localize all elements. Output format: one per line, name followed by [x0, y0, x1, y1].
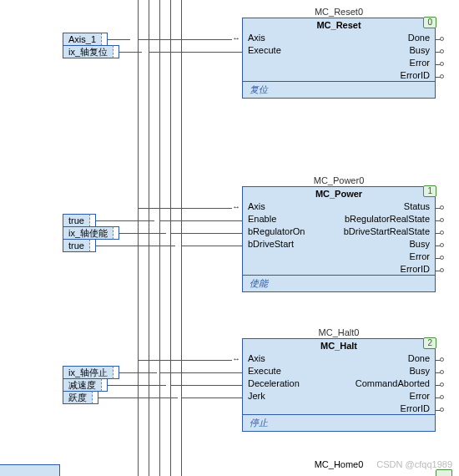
var-label: 减速度: [63, 378, 101, 392]
out-circle-icon: [440, 256, 444, 260]
fb-index-badge: 2: [423, 337, 436, 349]
out-circle-icon: [440, 49, 444, 53]
port-execute: Execute: [243, 43, 339, 56]
fb-footer: 使能: [243, 275, 435, 291]
port-error: Error: [339, 56, 435, 68]
wire: [149, 52, 242, 53]
out-circle-icon: [440, 370, 444, 374]
fb-type-name: MC_Power: [243, 187, 435, 200]
port-busy: Busy: [339, 364, 435, 377]
fb-instance-name: MC_Halt0: [242, 327, 436, 337]
var-true-1[interactable]: true: [63, 214, 154, 227]
out-circle-icon: [440, 408, 444, 412]
port-errorid: ErrorID: [339, 402, 435, 414]
fb-index-badge: 0: [423, 17, 436, 28]
watermark: CSDN @cfqq1989: [376, 459, 452, 469]
fb-mc-power[interactable]: MC_Power0 1 MC_Power Axis Enable bRegula…: [242, 175, 436, 292]
wire: [159, 372, 242, 373]
port-error: Error: [339, 389, 435, 402]
port-bregulatoron: bRegulatorOn: [243, 225, 339, 237]
port-axis: Axis: [243, 200, 339, 212]
wire: [119, 52, 142, 53]
wire: [170, 385, 242, 386]
var-jerk[interactable]: 跃度: [63, 391, 178, 404]
fb-index-badge-partial: [436, 469, 452, 476]
var-label: Axis_1: [63, 33, 101, 46]
var-label: 跃度: [63, 391, 92, 404]
port-status: Status: [339, 200, 435, 212]
port-errorid: ErrorID: [339, 262, 435, 275]
var-notch-icon: [89, 239, 96, 252]
port-errorid: ErrorID: [339, 68, 435, 81]
var-label: ix_轴停止: [63, 366, 113, 379]
wire: [170, 233, 242, 234]
var-true-2[interactable]: true: [63, 239, 175, 252]
var-axis-1[interactable]: Axis_1: [63, 33, 130, 46]
var-label: true: [63, 239, 89, 252]
port-bregrealstate: bRegulatorRealState: [339, 212, 435, 225]
port-bdrivestart: bDriveStart: [243, 237, 339, 250]
var-label: ix_轴使能: [63, 226, 113, 240]
out-circle-icon: [440, 268, 444, 272]
rail-4: [170, 0, 171, 476]
var-notch-icon: [113, 226, 119, 240]
port-error: Error: [339, 250, 435, 262]
fb-instance-name: MC_Reset0: [242, 7, 436, 17]
port-jerk: Jerk: [243, 389, 339, 402]
port-busy: Busy: [339, 237, 435, 250]
port-done: Done: [339, 352, 435, 364]
wire: [108, 385, 166, 386]
wire: [159, 220, 242, 221]
out-circle-icon: [440, 395, 444, 399]
var-notch-icon: [101, 378, 108, 392]
bidir-arrow-icon: ↔: [232, 35, 240, 42]
fb-mc-reset[interactable]: MC_Reset0 0 MC_Reset Axis Execute Done B…: [242, 7, 436, 99]
diagram-canvas: MC_Reset0 0 MC_Reset Axis Execute Done B…: [0, 0, 459, 476]
port-bdrvrealstate: bDriveStartRealState: [339, 225, 435, 237]
var-notch-icon: [113, 45, 119, 58]
wire: [96, 246, 175, 246]
wire: [138, 39, 232, 40]
var-notch-icon: [113, 366, 119, 379]
var-label: true: [63, 214, 89, 227]
wire: [138, 208, 232, 209]
partial-var-box: [0, 464, 60, 476]
port-busy: Busy: [339, 43, 435, 56]
wire: [181, 246, 242, 246]
var-enable[interactable]: ix_轴使能: [63, 226, 166, 240]
port-deceleration: Deceleration: [243, 377, 339, 389]
var-reset[interactable]: ix_轴复位: [63, 45, 142, 58]
fb-footer: 复位: [243, 81, 435, 98]
wire: [119, 233, 166, 234]
bidir-arrow-icon: ↔: [232, 356, 240, 362]
port-axis: Axis: [243, 352, 339, 364]
out-circle-icon: [440, 205, 444, 210]
var-notch-icon: [92, 391, 98, 404]
out-circle-icon: [440, 357, 444, 362]
wire: [181, 398, 242, 398]
fb-type-name: MC_Halt: [243, 339, 435, 352]
wire: [108, 39, 130, 40]
out-circle-icon: [440, 37, 444, 41]
out-circle-icon: [440, 218, 444, 222]
out-circle-icon: [440, 243, 444, 247]
wire: [98, 398, 178, 398]
wire: [138, 360, 232, 361]
out-circle-icon: [440, 382, 444, 387]
fb-type-name: MC_Reset: [243, 18, 435, 31]
fb-mc-halt[interactable]: MC_Halt0 2 MC_Halt Axis Execute Decelera…: [242, 327, 436, 432]
fb-instance-name: MC_Power0: [242, 175, 436, 185]
rail-5: [181, 0, 182, 476]
bidir-arrow-icon: ↔: [232, 204, 240, 210]
var-label: ix_轴复位: [63, 45, 113, 58]
var-halt[interactable]: ix_轴停止: [63, 366, 157, 379]
port-execute: Execute: [243, 364, 339, 377]
var-notch-icon: [101, 33, 108, 46]
port-cmdaborted: CommandAborted: [339, 377, 435, 389]
var-decel[interactable]: 减速度: [63, 378, 166, 392]
wire: [119, 372, 157, 373]
fb-footer: 停止: [243, 414, 435, 431]
port-done: Done: [339, 31, 435, 43]
out-circle-icon: [440, 74, 444, 78]
port-enable: Enable: [243, 212, 339, 225]
